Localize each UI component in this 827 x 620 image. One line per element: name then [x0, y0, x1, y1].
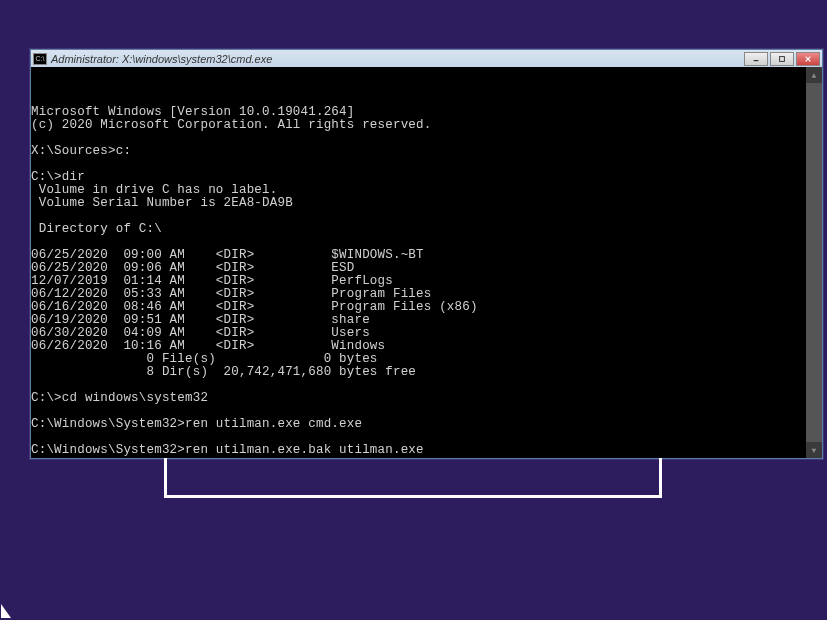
mouse-cursor-icon	[1, 604, 11, 618]
file-summary: 0 File(s) 0 bytes	[31, 352, 378, 366]
scroll-down-button[interactable]: ▼	[806, 442, 822, 458]
os-version: Microsoft Windows [Version 10.0.19041.26…	[31, 105, 354, 119]
volume-serial: Volume Serial Number is 2EA8-DA9B	[31, 196, 293, 210]
prompt-line: C:\>cd windows\system32	[31, 391, 208, 405]
maximize-icon	[777, 55, 787, 63]
directory-of: Directory of C:\	[31, 222, 162, 236]
svg-rect-1	[780, 56, 785, 61]
scroll-thumb[interactable]	[806, 83, 822, 442]
window-controls	[744, 52, 820, 66]
volume-label: Volume in drive C has no label.	[31, 183, 277, 197]
copyright: (c) 2020 Microsoft Corporation. All righ…	[31, 118, 431, 132]
cmd-window: C:\ Administrator: X:\windows\system32\c…	[30, 49, 823, 459]
close-button[interactable]	[796, 52, 820, 66]
directory-listing: 06/25/2020 09:00 AM <DIR> $WINDOWS.~BT 0…	[31, 249, 822, 353]
scroll-up-button[interactable]: ▲	[806, 67, 822, 83]
prompt-line: C:\Windows\System32>ren utilman.exe cmd.…	[31, 417, 362, 431]
dir-summary: 8 Dir(s) 20,742,471,680 bytes free	[31, 365, 416, 379]
window-title: Administrator: X:\windows\system32\cmd.e…	[51, 53, 744, 65]
close-icon	[803, 55, 813, 63]
maximize-button[interactable]	[770, 52, 794, 66]
cmd-icon: C:\	[33, 53, 47, 65]
prompt-line: C:\>dir	[31, 170, 85, 184]
titlebar[interactable]: C:\ Administrator: X:\windows\system32\c…	[31, 50, 822, 67]
minimize-button[interactable]	[744, 52, 768, 66]
prompt-line: X:\Sources>c:	[31, 144, 131, 158]
terminal-content: Microsoft Windows [Version 10.0.19041.26…	[31, 93, 822, 458]
terminal-area[interactable]: Microsoft Windows [Version 10.0.19041.26…	[31, 67, 822, 458]
minimize-icon	[751, 55, 761, 63]
prompt-line: C:\Windows\System32>ren utilman.exe.bak …	[31, 443, 424, 457]
scrollbar[interactable]: ▲ ▼	[806, 67, 822, 458]
background-dialog-frame	[164, 458, 662, 498]
